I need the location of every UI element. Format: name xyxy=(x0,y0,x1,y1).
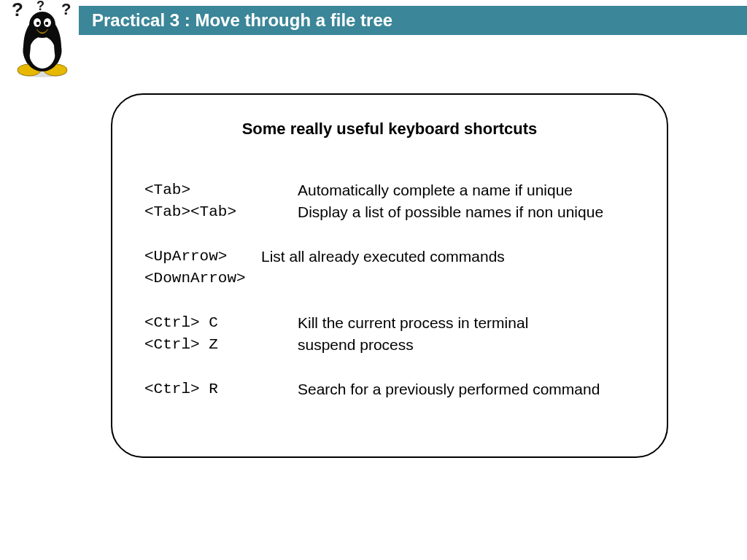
shortcut-key: <UpArrow> xyxy=(144,246,261,268)
shortcut-key: <Tab> xyxy=(144,179,298,201)
shortcut-key: <DownArrow> xyxy=(144,268,261,289)
box-title: Some really useful keyboard shortcuts xyxy=(144,120,635,139)
shortcut-row: <Tab><Tab> Display a list of possible na… xyxy=(144,201,635,223)
shortcut-row: <DownArrow> xyxy=(144,268,635,289)
slide-title: Practical 3 : Move through a file tree xyxy=(92,10,392,31)
svg-text:?: ? xyxy=(36,0,44,13)
svg-point-6 xyxy=(29,36,55,69)
shortcut-key: <Ctrl> Z xyxy=(144,334,298,356)
shortcut-row: <Ctrl> Z suspend process xyxy=(144,334,635,356)
shortcut-row: <Tab> Automatically complete a name if u… xyxy=(144,179,635,201)
shortcut-key: <Ctrl> R xyxy=(144,378,298,400)
shortcut-desc: Search for a previously performed comman… xyxy=(298,378,600,400)
mascot-tux-icon: ? ? ? xyxy=(6,0,79,79)
shortcut-list: <Tab> Automatically complete a name if u… xyxy=(144,179,635,400)
shortcut-desc: List all already executed commands xyxy=(261,246,505,268)
shortcut-row: <Ctrl> C Kill the current process in ter… xyxy=(144,312,635,334)
svg-point-7 xyxy=(29,12,55,38)
shortcut-key: <Tab><Tab> xyxy=(144,201,298,223)
shortcut-key: <Ctrl> C xyxy=(144,312,298,334)
svg-text:?: ? xyxy=(61,0,71,18)
shortcuts-box: Some really useful keyboard shortcuts <T… xyxy=(111,93,668,458)
svg-text:?: ? xyxy=(12,0,23,20)
slide-header: Practical 3 : Move through a file tree xyxy=(79,6,747,35)
shortcut-desc: Kill the current process in terminal xyxy=(298,312,528,334)
svg-point-10 xyxy=(36,22,39,25)
shortcut-desc: Automatically complete a name if unique xyxy=(298,179,573,201)
svg-point-11 xyxy=(45,22,48,25)
shortcut-desc: suspend process xyxy=(298,334,414,356)
shortcut-row: <UpArrow> List all already executed comm… xyxy=(144,246,635,268)
shortcut-desc: Display a list of possible names if non … xyxy=(298,201,603,223)
shortcut-row: <Ctrl> R Search for a previously perform… xyxy=(144,378,635,400)
